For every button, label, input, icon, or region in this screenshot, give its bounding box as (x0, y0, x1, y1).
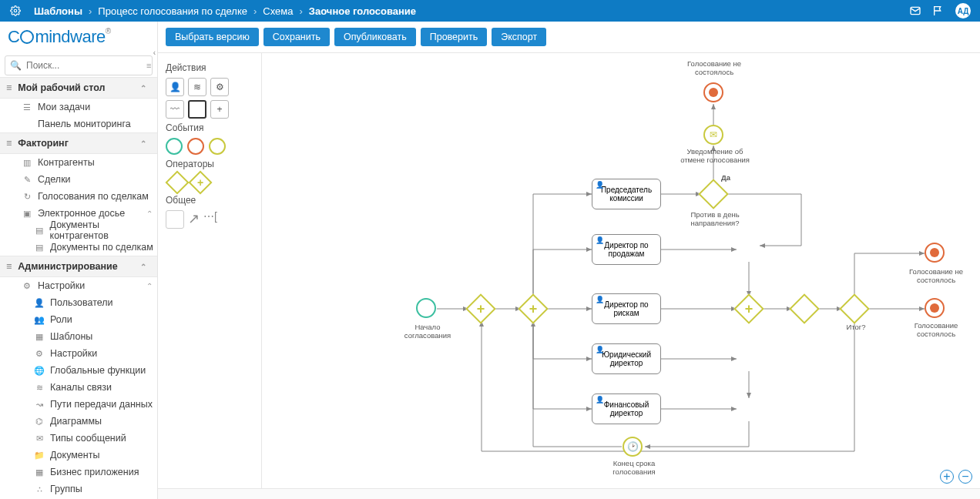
search-input[interactable] (26, 60, 142, 71)
palette-task-selected[interactable] (188, 100, 206, 119)
nav-item-bizapps[interactable]: ▦Бизнес приложения (0, 464, 157, 481)
nav-item-diagrams[interactable]: ⌬Диаграммы (0, 413, 157, 430)
nav-item-config[interactable]: ⚙Настройки (0, 345, 157, 362)
start-event[interactable] (416, 298, 436, 318)
nav-section-admin[interactable]: ≡Администрирование⌃ (0, 256, 157, 277)
search-box[interactable]: 🔍 ≡ (5, 55, 153, 75)
zoom-in-button[interactable]: + (940, 470, 954, 484)
palette-intermediate-event[interactable] (209, 138, 226, 155)
check-button[interactable]: Проверить (421, 28, 488, 46)
nav-item-documents[interactable]: 📁Документы (0, 447, 157, 464)
logo[interactable]: Cmindware® ‹ (0, 22, 157, 52)
palette-gateway-xor[interactable] (165, 170, 189, 194)
nav-item-label: Бизнес приложения (50, 467, 139, 477)
breadcrumb-current[interactable]: Заочное голосование (309, 5, 416, 17)
palette-user-task[interactable]: 👤 (166, 78, 184, 96)
gateway-against[interactable] (698, 179, 729, 209)
end-event-ok[interactable] (925, 298, 945, 318)
flag-icon[interactable] (932, 5, 945, 17)
gateway-parallel-join[interactable] (733, 293, 764, 324)
task-finance-director[interactable]: 👤Финансовый директор (592, 394, 661, 424)
collapse-sidebar-icon[interactable]: ‹ (153, 49, 156, 57)
palette-add[interactable]: + (210, 100, 229, 119)
nav-item-deals[interactable]: ✎Сделки (0, 171, 157, 188)
palette-end-event[interactable] (187, 138, 204, 155)
mail-icon[interactable] (909, 5, 921, 17)
sidebar: Cmindware® ‹ 🔍 ≡ ≡Мой рабочий стол⌃ ☰Мои… (0, 22, 158, 499)
diagram-canvas[interactable]: Начало согласования 👤Председатель комисс… (262, 53, 980, 488)
nav-item-docs-deals[interactable]: ▤Документы по сделкам (0, 239, 157, 256)
route-icon: ↝ (34, 400, 45, 410)
export-button[interactable]: Экспорт (492, 28, 546, 46)
nav-item-label: Пути передачи данных (50, 399, 153, 410)
message-event[interactable]: ✉ (703, 125, 723, 145)
nav-item-routes[interactable]: ↝Пути передачи данных (0, 396, 157, 413)
end-fail-top-label: Голосование не состоялось (683, 59, 746, 77)
doc-icon: ▤ (34, 226, 45, 236)
nav-item-docs-counter[interactable]: ▤Документы контрагентов (0, 222, 157, 239)
user-icon: 👤 (34, 298, 45, 308)
gateway-parallel-split[interactable] (465, 293, 496, 324)
timer-event[interactable]: 🕑 (623, 437, 643, 457)
end-event-fail[interactable] (925, 243, 945, 263)
nav-item-templates[interactable]: ▦Шаблоны (0, 328, 157, 345)
nav-item-mytasks[interactable]: ☰Мои задачи (0, 99, 157, 116)
chevron-right-icon: › (253, 5, 257, 17)
nav-item-settings[interactable]: ⚙Настройки⌃ (0, 277, 157, 294)
timer-label: Конец срока голосования (602, 459, 666, 477)
nav-item-label: Настройки (38, 280, 85, 291)
nav-item-users[interactable]: 👤Пользователи (0, 294, 157, 311)
task-chairman[interactable]: 👤Председатель комиссии (592, 179, 661, 209)
nav-item-roles[interactable]: 👥Роли (0, 311, 157, 328)
palette-start-event[interactable] (166, 138, 183, 155)
doc-icon: ▤ (34, 243, 45, 253)
nav-item-label: Голосования по сделкам (38, 191, 149, 202)
nav-tree: ≡Мой рабочий стол⌃ ☰Мои задачи Панель мо… (0, 77, 157, 499)
zoom-out-button[interactable]: − (958, 470, 972, 484)
nav-item-channels[interactable]: ≋Каналы связи (0, 379, 157, 396)
filter-icon[interactable]: ≡ (146, 61, 151, 70)
task-risk-director[interactable]: 👤Директор по рискам (592, 293, 661, 324)
palette-connector[interactable]: ↗ (188, 210, 200, 229)
breadcrumb-templates[interactable]: Шаблоны (34, 5, 82, 17)
folder-icon: ▣ (22, 209, 32, 219)
nav-item-groups[interactable]: ⛬Группы (0, 481, 157, 497)
handshake-icon: ✎ (22, 175, 32, 185)
nav-section-factoring[interactable]: ≡Факторинг⌃ (0, 132, 157, 154)
palette-text-annotation[interactable]: ⋯[ (203, 210, 217, 229)
nav-item-globalfn[interactable]: 🌐Глобальные функции (0, 362, 157, 379)
nav-item-msgtypes[interactable]: ✉Типы сообщений (0, 430, 157, 447)
zoom-controls: + − (940, 470, 972, 484)
task-sales-director[interactable]: 👤Директор по продажам (592, 234, 661, 265)
palette-script-task[interactable]: ≋ (188, 78, 206, 96)
breadcrumb-scheme[interactable]: Схема (263, 5, 293, 17)
app-icon: ▦ (34, 467, 45, 477)
template-icon: ▦ (34, 332, 45, 342)
folder-icon: 📁 (34, 450, 45, 460)
palette-gateway-parallel[interactable] (188, 170, 212, 194)
nav-section-desktop[interactable]: ≡Мой рабочий стол⌃ (0, 77, 157, 99)
gateway-parallel-split2[interactable] (518, 293, 549, 324)
publish-button[interactable]: Опубликовать (334, 28, 416, 46)
nav-item-label: Контрагенты (38, 157, 95, 168)
task-legal-director[interactable]: 👤Юридический директор (592, 343, 661, 374)
nav-item-votes[interactable]: ↻Голосования по сделкам (0, 188, 157, 205)
nav-item-counterparties[interactable]: ▥Контрагенты (0, 154, 157, 171)
user-icon: 👤 (596, 181, 604, 189)
end-event-fail-top[interactable] (703, 82, 723, 102)
select-version-button[interactable]: Выбрать версию (166, 28, 259, 46)
palette-annotation[interactable] (166, 210, 184, 229)
gateway-inclusive[interactable] (789, 293, 820, 324)
breadcrumb-process[interactable]: Процесс голосования по сделке (98, 5, 247, 17)
gear-icon[interactable] (9, 5, 22, 17)
avatar[interactable]: АД (955, 3, 971, 18)
save-button[interactable]: Сохранить (263, 28, 330, 46)
palette-service-task[interactable]: ⚙ (210, 78, 229, 96)
nav-item-dashboard[interactable]: Панель мониторинга (0, 116, 157, 132)
palette-subprocess[interactable]: 〰 (166, 100, 184, 119)
sliders-icon: ⚙ (34, 349, 45, 359)
chevron-right-icon: › (89, 5, 92, 17)
bottom-scrollbar[interactable] (158, 488, 980, 499)
gateway-result[interactable] (839, 293, 870, 324)
user-icon: 👤 (596, 396, 604, 404)
